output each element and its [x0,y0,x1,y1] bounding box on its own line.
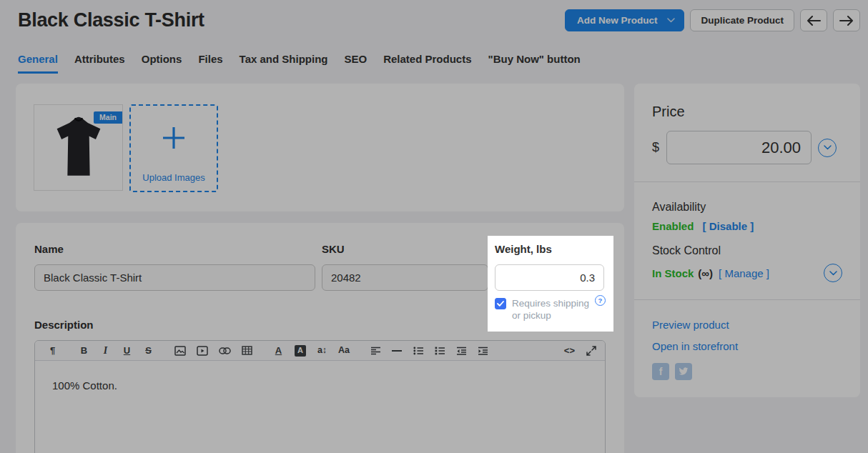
requires-shipping-checkbox[interactable] [495,298,506,309]
help-icon[interactable]: ? [595,295,606,306]
requires-shipping-row: Requires shipping or pickup ? [495,297,606,322]
product-edit-page: Black Classic T-Shirt Add New Product Du… [0,0,868,453]
tour-dim-overlay [0,0,868,453]
check-icon [497,301,504,307]
weight-input[interactable] [495,264,604,291]
weight-field-group: Weight, lbs Requires shipping or pickup … [495,243,604,291]
weight-label: Weight, lbs [495,243,606,256]
weight-spotlight: Weight, lbs Requires shipping or pickup … [488,236,613,332]
requires-shipping-label[interactable]: Requires shipping or pickup [512,297,595,322]
